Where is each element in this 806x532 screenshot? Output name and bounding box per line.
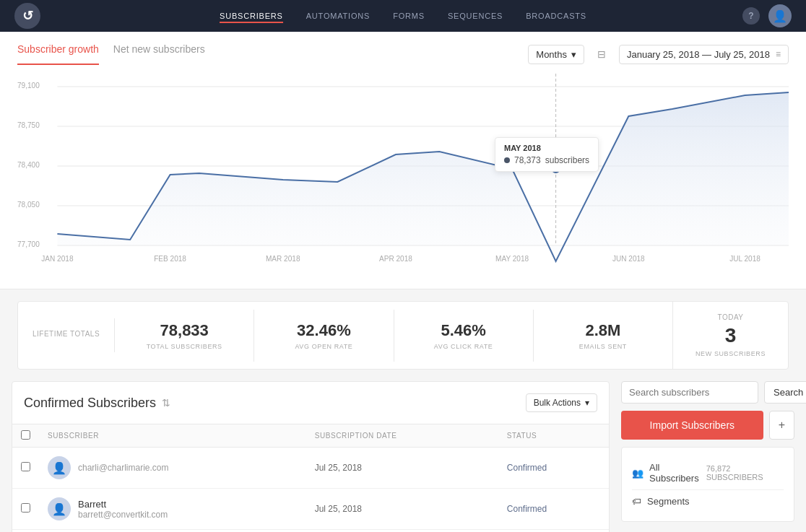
tooltip-month: MAY 2018 [504, 144, 589, 152]
row-checkbox[interactable] [21, 462, 30, 471]
filter-icon[interactable]: ⊟ [592, 44, 612, 64]
col-date: SUBSCRIPTION DATE [306, 424, 498, 448]
x-feb: FEB 2018 [154, 255, 186, 263]
y-label-5: 77,700 [17, 240, 40, 248]
stats-lifetime: LIFETIME TOTALS [18, 318, 115, 352]
select-all-checkbox[interactable] [21, 430, 30, 440]
sort-icon[interactable]: ⇅ [162, 397, 170, 409]
x-jun: JUN 2018 [612, 255, 645, 263]
status: Confirmed [498, 448, 609, 489]
x-mar: MAR 2018 [266, 255, 300, 263]
date-range[interactable]: January 25, 2018 — July 25, 2018 ≡ [619, 45, 789, 64]
x-apr: APR 2018 [379, 255, 412, 263]
x-may: MAY 2018 [495, 255, 529, 263]
chevron-down-icon: ▾ [585, 398, 589, 408]
y-label-3: 78,400 [17, 161, 40, 169]
plus-button[interactable]: + [769, 411, 794, 440]
segments-icon: 🏷 [632, 496, 641, 507]
all-subscribers-label: 👥 All Subscribers [632, 462, 706, 484]
topnav-right: ? 👤 [742, 4, 792, 27]
subscription-date: Jul 25, 2018 [306, 489, 498, 530]
subscribers-header: Confirmed Subscribers ⇅ Bulk Actions ▾ [12, 382, 609, 424]
table-row: 👤 charli@charlimarie.com Jul 25, 2018 Co… [12, 448, 609, 489]
sidebar-nav: 👥 All Subscribers 76,872 SUBSCRIBERS 🏷 S… [621, 447, 794, 522]
avatar[interactable]: 👤 [768, 4, 792, 27]
x-jan: JAN 2018 [41, 255, 74, 263]
stats-items: 78,833 TOTAL SUBSCRIBERS 32.46% AVG OPEN… [115, 310, 672, 362]
tab-subscriber-growth[interactable]: Subscriber growth [17, 43, 99, 65]
bulk-actions-dropdown[interactable]: Bulk Actions ▾ [526, 393, 597, 412]
stats-today: TODAY 3 NEW SUBSCRIBERS [672, 302, 788, 369]
status: Confirmed [498, 489, 609, 530]
nav-broadcasts[interactable]: Broadcasts [526, 9, 586, 23]
chart-section: Subscriber growth Net new subscribers Mo… [0, 32, 806, 289]
import-row: Import Subscribers + [621, 411, 794, 440]
subscribers-table: SUBSCRIBER SUBSCRIPTION DATE STATUS 👤 ch… [12, 424, 609, 532]
tab-net-new[interactable]: Net new subscribers [113, 43, 205, 65]
topnav: ↺ Subscribers Automations Forms Sequence… [0, 0, 806, 32]
subscriber-email[interactable]: barrett@convertkit.com [78, 510, 168, 520]
col-subscriber: SUBSCRIBER [39, 424, 306, 448]
chart-tooltip: MAY 2018 78,373 subscribers [495, 137, 599, 172]
search-input[interactable] [621, 381, 758, 404]
calendar-icon: ≡ [776, 49, 781, 59]
chart-fill [57, 92, 789, 261]
avatar: 👤 [48, 456, 71, 479]
sidebar-item-segments[interactable]: 🏷 Segments [632, 490, 784, 513]
search-button[interactable]: Search [764, 381, 806, 404]
row-checkbox[interactable] [21, 503, 30, 513]
stats-emails-sent: 2.8M EMAILS SENT [534, 310, 672, 362]
status: Confirmed [498, 530, 609, 533]
stats-open-rate: 32.46% AVG OPEN RATE [254, 310, 394, 362]
logo[interactable]: ↺ [14, 3, 40, 29]
stats-bar: LIFETIME TOTALS 78,833 TOTAL SUBSCRIBERS… [17, 301, 789, 370]
nav-forms[interactable]: Forms [393, 9, 425, 23]
subscriber-cell: 👤 Barrett barrett@convertkit.com [48, 497, 298, 520]
users-icon: 👥 [632, 468, 644, 479]
y-label-1: 79,100 [17, 82, 40, 90]
chart-svg: 79,100 78,750 78,400 78,050 77,700 JAN 2… [17, 74, 789, 269]
chart-controls: Months ▾ ⊟ January 25, 2018 — July 25, 2… [528, 44, 789, 64]
subscriber-cell: 👤 charli@charlimarie.com [48, 456, 298, 479]
subscribers-section: Confirmed Subscribers ⇅ Bulk Actions ▾ S… [0, 381, 806, 532]
table-row: 👤 Barrett barrett@convertkit.com Jul 25,… [12, 489, 609, 530]
search-box: Search [621, 381, 794, 404]
chart-area: 79,100 78,750 78,400 78,050 77,700 JAN 2… [0, 65, 806, 289]
nav-sequences[interactable]: Sequences [448, 9, 503, 23]
col-status: STATUS [498, 424, 609, 448]
subscribers-title: Confirmed Subscribers [24, 396, 156, 411]
nav-automations[interactable]: Automations [306, 9, 370, 23]
tooltip-value: 78,373 subscribers [504, 155, 589, 165]
nav-links: Subscribers Automations Forms Sequences … [220, 9, 586, 23]
all-subscribers-count: 76,872 SUBSCRIBERS [706, 464, 784, 481]
subscription-date: Jul 25, 2018 [306, 530, 498, 533]
tooltip-dot [504, 157, 510, 163]
subscription-date: Jul 25, 2018 [306, 448, 498, 489]
table-row: 👤 pat@llamallama.com Jul 25, 2018 Confir… [12, 530, 609, 533]
subscriber-info: charli@charlimarie.com [78, 463, 169, 473]
chart-header: Subscriber growth Net new subscribers Mo… [0, 32, 806, 65]
subscriber-email[interactable]: charli@charlimarie.com [78, 463, 169, 473]
x-jul: JUL 2018 [729, 255, 760, 263]
nav-subscribers[interactable]: Subscribers [220, 9, 283, 23]
stats-total-subscribers: 78,833 TOTAL SUBSCRIBERS [115, 310, 254, 362]
months-dropdown[interactable]: Months ▾ [528, 45, 584, 64]
import-subscribers-button[interactable]: Import Subscribers [621, 411, 763, 440]
stats-click-rate: 5.46% AVG CLICK RATE [394, 310, 534, 362]
help-button[interactable]: ? [742, 7, 760, 25]
y-label-4: 78,050 [17, 201, 40, 209]
y-label-2: 78,750 [17, 121, 40, 129]
segments-label: 🏷 Segments [632, 496, 690, 507]
subscribers-sidebar: Search Import Subscribers + 👥 All Subscr… [621, 381, 794, 532]
subscriber-name[interactable]: Barrett [78, 499, 168, 510]
lifetime-label: LIFETIME TOTALS [32, 330, 100, 338]
chevron-down-icon: ▾ [571, 49, 576, 60]
sidebar-item-all-subscribers[interactable]: 👥 All Subscribers 76,872 SUBSCRIBERS [632, 456, 784, 490]
avatar: 👤 [48, 497, 71, 520]
subscribers-table-container: Confirmed Subscribers ⇅ Bulk Actions ▾ S… [12, 381, 610, 532]
subscriber-info: Barrett barrett@convertkit.com [78, 499, 168, 520]
